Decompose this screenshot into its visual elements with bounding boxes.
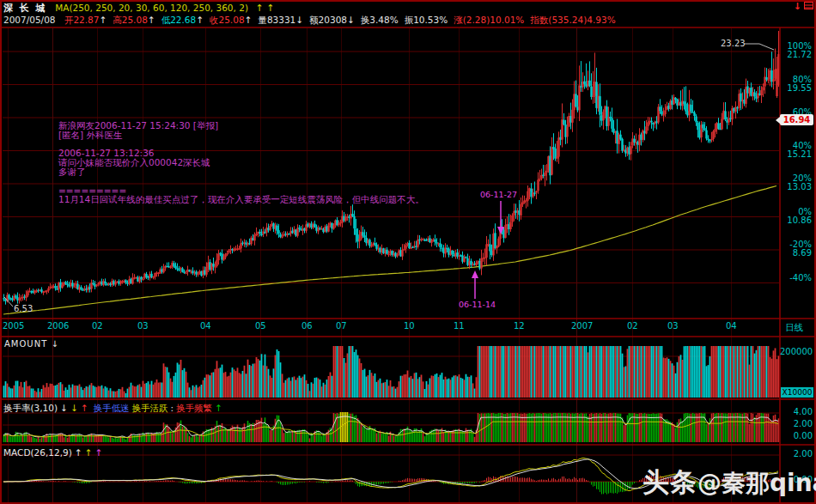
title-bar: 深 长 城 MA(250, 250, 20, 30, 60, 120, 250,… xyxy=(3,2,274,15)
quote-field-arrow: ↑ xyxy=(196,15,204,25)
quote-field: 收25.08↑ xyxy=(210,15,252,25)
macd-axis-label: 2.00 xyxy=(778,449,813,458)
quote-field-value: 涨(2.28)10.01% xyxy=(454,15,524,25)
amount-scale-top: 200000 xyxy=(780,347,814,356)
macd-title: MACD(26,12,9) xyxy=(3,447,72,458)
quote-field: 振10.53% xyxy=(405,15,448,25)
time-axis-label: 2005 xyxy=(3,321,24,331)
quote-field-arrow: ↑ xyxy=(99,15,107,25)
watermark-handle: @秦那qina xyxy=(697,469,816,497)
quote-field-value: 换3.48% xyxy=(361,15,399,25)
time-axis-label: 05 xyxy=(255,321,266,331)
chart-canvas[interactable] xyxy=(0,0,816,504)
turnover-title: 换手率(3,10) xyxy=(3,403,58,413)
price-axis-price: 21.72 xyxy=(787,50,812,59)
chart-annotation-note: 新浪网友2006-11-27 15:24:30 [举报][匿名] 外科医生 20… xyxy=(58,121,424,204)
turnover-legend-item: 换手低迷 xyxy=(94,403,130,413)
marked-low-label: 6.53 xyxy=(14,304,33,313)
macd-arrow: ↑ xyxy=(85,447,93,458)
macd-arrows: ↑↑↑ xyxy=(75,447,105,458)
turnover-legend-item: 换手活跃 xyxy=(132,403,168,413)
time-axis-label: 02 xyxy=(627,321,638,331)
quote-field-arrow: ↑ xyxy=(148,15,155,25)
time-axis-label: 07 xyxy=(336,321,347,331)
quote-field: 量83331↓ xyxy=(258,15,303,25)
price-axis-price: 8.69 xyxy=(793,248,812,258)
quote-field-arrow: ↓ xyxy=(347,15,355,25)
annotation-line xyxy=(58,177,424,186)
amount-arrow: ↓ xyxy=(51,339,58,349)
quote-field-value: 振10.53% xyxy=(405,15,448,25)
turnover-arrow: ↓ xyxy=(70,403,78,413)
quote-field: 开22.87↑ xyxy=(64,15,107,25)
time-axis-label: 10 xyxy=(404,321,415,331)
macd-arrow: ↑ xyxy=(75,447,82,458)
quote-field-value: 高25.08 xyxy=(113,15,148,25)
turnover-panel-header: 换手率(3,10)↓↓↑换手低迷换手活跃:换手频繁↑ xyxy=(3,403,228,415)
quote-bar: 2007/05/08 开22.87↑高25.08↑低22.68↑收25.08↑量… xyxy=(3,15,622,27)
turnover-legend-item: ↑ xyxy=(215,403,222,413)
price-axis-price: 10.86 xyxy=(787,216,812,225)
time-axis: 200520060203040506071011122007020304 xyxy=(0,321,816,335)
quote-field-value: 指数(535.24)4.93% xyxy=(530,15,615,25)
turnover-arrow: ↓ xyxy=(60,403,68,413)
quote-fields: 开22.87↑高25.08↑低22.68↑收25.08↑量83331↓额2030… xyxy=(64,15,622,25)
time-axis-label: 04 xyxy=(200,321,211,331)
macd-panel-header: MACD(26,12,9)↑↑↑ xyxy=(3,447,107,458)
turnover-arrows: ↓↓↑ xyxy=(60,403,90,413)
ma-settings: MA(250, 250, 20, 30, 60, 120, 250, 360, … xyxy=(55,3,248,13)
quote-field-value: 开22.87 xyxy=(64,15,100,25)
time-axis-label: 02 xyxy=(92,321,103,331)
turnover-legend-item: 换手频繁 xyxy=(176,403,212,413)
time-axis-label: 04 xyxy=(726,321,737,331)
period-label[interactable]: 日线 xyxy=(785,322,803,334)
time-axis-label: 03 xyxy=(137,321,149,331)
time-axis-label: 11 xyxy=(454,321,465,331)
price-axis-percent: -40% xyxy=(789,273,812,282)
macd-arrow: ↑ xyxy=(94,447,102,458)
turnover-axis-label: 2.00 xyxy=(778,419,813,428)
time-axis-label: 06 xyxy=(301,321,313,331)
quote-field-arrow: ↓ xyxy=(295,15,303,25)
current-price-tag: 16.94 xyxy=(780,114,813,125)
price-axis-price: 19.55 xyxy=(787,83,812,93)
watermark-brand: 头条 xyxy=(642,466,697,497)
event-label-06-11-14: 06-11-14 xyxy=(459,300,496,309)
amount-unit-badge: X10000 xyxy=(781,387,813,398)
quote-field: 换3.48% xyxy=(361,15,399,25)
quote-date: 2007/05/08 xyxy=(3,15,56,25)
watermark: 头条@秦那qina xyxy=(642,465,816,501)
turnover-legend-item: : xyxy=(171,403,174,413)
time-axis-label: 12 xyxy=(514,321,525,331)
marked-high-label: 23.23 xyxy=(721,39,746,48)
quote-field-value: 收25.08 xyxy=(210,15,245,25)
stock-name: 深 长 城 xyxy=(3,3,47,14)
quote-field-value: 量83331 xyxy=(258,15,295,25)
ma-trend-arrows: ↑ ↑ xyxy=(255,3,274,14)
turnover-legend: 换手低迷换手活跃:换手频繁↑ xyxy=(94,403,225,413)
time-axis-label: 03 xyxy=(667,321,679,331)
stock-chart-window: 深 长 城 MA(250, 250, 20, 30, 60, 120, 250,… xyxy=(0,0,816,504)
turnover-axis-label: 0.00 xyxy=(778,431,813,440)
turnover-arrow: ↑ xyxy=(81,403,88,413)
quote-field-value: 低22.68 xyxy=(161,15,197,25)
turnover-axis-label: 4.00 xyxy=(778,407,813,416)
annotation-line: 多谢了 xyxy=(58,167,424,177)
quote-field: 低22.68↑ xyxy=(161,15,204,25)
amount-panel-header: AMOUNT ↓ xyxy=(4,339,59,349)
price-axis-price: 15.21 xyxy=(787,149,812,159)
quote-field-value: 额20308 xyxy=(309,15,347,25)
price-axis: 100%21.7280%19.5560%40%15.2120%13.030%10… xyxy=(780,0,814,343)
quote-field: 指数(535.24)4.93% xyxy=(530,15,615,25)
event-label-06-11-27: 06-11-27 xyxy=(480,190,517,199)
price-axis-price: 13.03 xyxy=(787,182,812,191)
annotation-line: 请问小妹能否现价介入000042深长城 xyxy=(58,158,424,167)
annotation-line: 11月14日回试年线的最佳买点过了，现在介入要承受一定短线震荡风险，但中线问题不… xyxy=(58,195,424,204)
quote-field: 涨(2.28)10.01% xyxy=(454,15,524,25)
quote-field-arrow: ↑ xyxy=(245,15,253,25)
quote-field: 额20308↓ xyxy=(309,15,355,25)
annotation-line: [匿名] 外科医生 xyxy=(58,131,424,140)
quote-field: 高25.08↑ xyxy=(113,15,155,25)
time-axis-label: 2007 xyxy=(571,321,593,331)
time-axis-label: 2006 xyxy=(47,321,69,331)
